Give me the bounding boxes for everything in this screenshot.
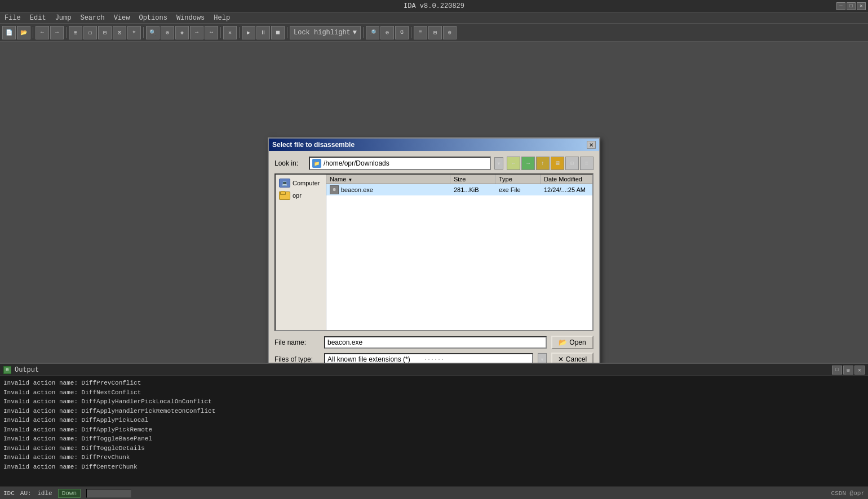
menu-jump[interactable]: Jump xyxy=(53,14,74,23)
output-line: Invalid action name: DiffToggleBasePanel xyxy=(3,434,865,444)
file-name-row: File name: 📂 Open xyxy=(274,336,594,349)
toolbar-btn-8[interactable]: ⊕ xyxy=(161,26,174,39)
toolbar-sep-4 xyxy=(220,27,221,38)
output-title: Output xyxy=(15,366,39,374)
toolbar-btn-9[interactable]: ◈ xyxy=(175,26,189,39)
col-header-date[interactable]: Date Modified xyxy=(541,175,592,184)
status-command-input[interactable] xyxy=(86,489,131,498)
menu-edit[interactable]: Edit xyxy=(28,14,48,23)
lock-highlight-label: Lock highlight xyxy=(294,29,351,37)
close-button[interactable]: ✕ xyxy=(857,2,866,10)
col-type-label: Type xyxy=(499,176,512,182)
toolbar-play[interactable]: ▶ xyxy=(242,26,255,39)
col-date-label: Date Modified xyxy=(544,176,582,182)
output-line: Invalid action name: DiffPrevConflict xyxy=(3,378,865,388)
toolbar-btn-12[interactable]: ✕ xyxy=(223,26,237,39)
toolbar-btn-7[interactable]: ⌖ xyxy=(127,26,141,39)
open-button[interactable]: 📂 Open xyxy=(551,336,594,349)
output-content: Invalid action name: DiffPrevConflictInv… xyxy=(0,376,868,472)
file-cell-date: 12/24/...:25 AM xyxy=(541,185,592,194)
toolbar-stop[interactable]: ⏹ xyxy=(271,26,285,39)
toolbar-btn-10[interactable]: → xyxy=(190,26,203,39)
menu-windows[interactable]: Windows xyxy=(174,14,207,23)
toolbar-btn-4[interactable]: ◻ xyxy=(83,26,97,39)
toolbar: 📄 📂 ← → ⊞ ◻ ⊟ ⊠ ⌖ 🔍 ⊕ ◈ → ↔ ✕ ▶ ⏸ ⏹ Lock… xyxy=(0,24,868,42)
nav-up-button[interactable]: ↑ xyxy=(536,157,550,170)
toolbar-sep-8 xyxy=(411,27,411,38)
look-in-path: /home/opr/Downloads xyxy=(324,159,389,167)
output-panel: ⊞ Output □ ⊞ ✕ Invalid action name: Diff… xyxy=(0,363,868,487)
toolbar-btn-18[interactable]: ⚙ xyxy=(443,26,457,39)
divider: ...... xyxy=(0,354,868,363)
menu-search[interactable]: Search xyxy=(78,14,107,23)
look-in-combo[interactable]: 📁 /home/opr/Downloads xyxy=(309,157,491,170)
menu-file[interactable]: File xyxy=(2,14,23,23)
output-line: Invalid action name: DiffToggleDetails xyxy=(3,444,865,453)
menu-view[interactable]: View xyxy=(112,14,132,23)
nav-desktop-button[interactable]: 🖥 xyxy=(551,157,564,170)
sidebar-item-computer[interactable]: 💻 Computer xyxy=(278,177,324,189)
nav-back-button[interactable]: ← xyxy=(507,157,520,170)
computer-icon: 💻 xyxy=(279,179,290,188)
look-in-label: Look in: xyxy=(274,159,305,167)
look-in-dropdown-arrow[interactable]: ▼ xyxy=(494,157,503,170)
look-in-folder-icon: 📁 xyxy=(312,159,321,168)
status-down: Down xyxy=(58,489,81,498)
output-ctrl-1[interactable]: □ xyxy=(832,366,842,375)
output-line: Invalid action name: DiffPrevChunk xyxy=(3,453,865,462)
file-name-label: File name: xyxy=(274,338,320,346)
toolbar-btn-15[interactable]: G xyxy=(395,26,409,39)
output-line: Invalid action name: DiffNextConflict xyxy=(3,388,865,398)
col-size-label: Size xyxy=(454,176,466,182)
toolbar-btn-14[interactable]: ⊕ xyxy=(380,26,394,39)
toolbar-pause[interactable]: ⏸ xyxy=(256,26,270,39)
output-icon: ⊞ xyxy=(3,366,11,374)
sidebar-item-opr[interactable]: opr xyxy=(278,189,324,202)
file-cell-size: 281...KiB xyxy=(450,185,495,194)
maximize-button[interactable]: □ xyxy=(847,2,856,10)
output-ctrl-3[interactable]: ✕ xyxy=(854,366,865,375)
toolbar-btn-13[interactable]: 🔎 xyxy=(366,26,379,39)
toolbar-back[interactable]: ← xyxy=(36,26,49,39)
nav-list-view-button[interactable]: ≡ xyxy=(580,157,594,170)
toolbar-btn-17[interactable]: ⊞ xyxy=(428,26,442,39)
toolbar-fwd[interactable]: → xyxy=(50,26,64,39)
menu-bar: File Edit Jump Search View Options Windo… xyxy=(0,12,868,24)
toolbar-search[interactable]: 🔍 xyxy=(146,26,160,39)
dialog-title-bar: Select file to disassemble ✕ xyxy=(269,139,599,151)
output-line: Invalid action name: DiffNextChunk xyxy=(3,471,865,472)
nav-forward-button[interactable]: → xyxy=(521,157,535,170)
status-au-label: AU: idle xyxy=(20,490,52,497)
file-cell-name: ⚙ beacon.exe xyxy=(326,184,450,195)
toolbar-btn-3[interactable]: ⊞ xyxy=(69,26,82,39)
col-header-type[interactable]: Type xyxy=(495,175,541,184)
output-ctrl-2[interactable]: ⊞ xyxy=(843,366,853,375)
window-controls: ─ □ ✕ xyxy=(836,2,866,10)
menu-help[interactable]: Help xyxy=(211,14,232,23)
col-header-size[interactable]: Size xyxy=(450,175,495,184)
status-bar: IDC AU: idle Down CSDN @opr xyxy=(0,487,868,499)
toolbar-btn-16[interactable]: ≡ xyxy=(414,26,427,39)
toolbar-btn-6[interactable]: ⊠ xyxy=(113,26,126,39)
col-header-name[interactable]: Name ▼ xyxy=(326,175,450,184)
toolbar-btn-5[interactable]: ⊟ xyxy=(98,26,112,39)
toolbar-open[interactable]: 📂 xyxy=(17,26,30,39)
open-folder-icon: 📂 xyxy=(559,338,567,346)
file-cell-type: exe File xyxy=(495,185,541,194)
dialog-close-button[interactable]: ✕ xyxy=(587,141,596,149)
workspace: Select file to disassemble ✕ Look in: 📁 … xyxy=(0,42,868,363)
output-controls: □ ⊞ ✕ xyxy=(832,364,865,376)
file-row-beacon[interactable]: ⚙ beacon.exe 281...KiB exe File 12/24/..… xyxy=(326,184,592,195)
sidebar-panel: 💻 Computer opr xyxy=(276,175,326,330)
toolbar-sep-1 xyxy=(33,27,33,38)
toolbar-btn-11[interactable]: ↔ xyxy=(205,26,218,39)
file-name-input[interactable] xyxy=(324,336,547,349)
lock-highlight-button[interactable]: Lock highlight ▼ xyxy=(290,26,361,39)
sidebar-computer-label: Computer xyxy=(293,180,320,186)
minimize-button[interactable]: ─ xyxy=(836,2,845,10)
col-sort-arrow: ▼ xyxy=(348,177,352,182)
nav-grid-view-button[interactable]: ⊞ xyxy=(565,157,579,170)
menu-options[interactable]: Options xyxy=(136,14,169,23)
toolbar-new[interactable]: 📄 xyxy=(2,26,16,39)
open-label: Open xyxy=(569,338,586,346)
